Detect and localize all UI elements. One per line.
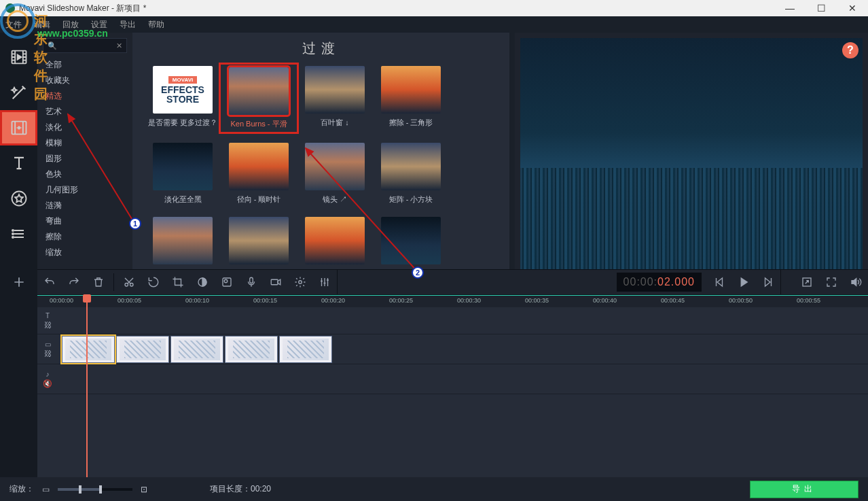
ruler-tick: 00:00:45 — [661, 297, 685, 304]
transitions-tool[interactable] — [0, 110, 37, 145]
category-1[interactable]: 收藏夹 — [43, 73, 127, 88]
video-clip-3[interactable] — [225, 336, 278, 363]
menu-设置[interactable]: 设置 — [91, 19, 107, 31]
video-clip-1[interactable] — [116, 336, 169, 363]
gear-button[interactable] — [288, 269, 312, 295]
category-0[interactable]: 全部 — [43, 57, 127, 73]
svg-rect-11 — [250, 277, 253, 283]
transition-label: 百叶窗 ↓ — [298, 118, 372, 128]
audio-track[interactable]: ♪ 🔇 — [37, 364, 868, 394]
zoom-out-icon[interactable]: ▭ — [42, 485, 50, 494]
video-clip-2[interactable] — [170, 336, 223, 363]
category-5[interactable]: 模糊 — [43, 135, 127, 151]
zoom-slider[interactable] — [58, 488, 132, 491]
menu-文件[interactable]: 文件 — [5, 19, 22, 31]
menu-导出[interactable]: 导出 — [120, 19, 136, 31]
video-track[interactable]: ▭ ⛓ — [37, 334, 868, 364]
category-11[interactable]: 擦除 — [43, 229, 127, 245]
mic-button[interactable] — [239, 269, 264, 295]
more-tool[interactable] — [0, 216, 37, 252]
camera-button[interactable] — [264, 269, 288, 295]
transition-item-8[interactable] — [146, 217, 219, 269]
add-track-button[interactable] — [12, 269, 26, 295]
delete-button[interactable] — [86, 269, 111, 295]
transition-item-1[interactable]: Ken Burns - 平滑 — [222, 66, 295, 131]
timecode-display: 00:00:02.000 — [617, 273, 702, 292]
category-2[interactable]: 精选 — [43, 88, 127, 104]
transition-item-2[interactable]: 百叶窗 ↓ — [298, 66, 372, 131]
transition-thumb — [305, 217, 365, 264]
timeline-toolbar: 00:00:02.000 — [37, 269, 868, 295]
preview-canvas[interactable] — [520, 38, 863, 275]
popout-button[interactable] — [795, 269, 819, 295]
transition-item-5[interactable]: 径向 - 顺时针 — [222, 143, 295, 205]
category-12[interactable]: 缩放 — [43, 245, 127, 260]
filters-tool[interactable] — [0, 75, 37, 110]
close-button[interactable]: ✕ — [837, 0, 868, 16]
equalizer-button[interactable] — [312, 269, 337, 295]
transition-item-4[interactable]: 淡化至全黑 — [146, 143, 219, 205]
next-button[interactable] — [756, 269, 780, 295]
fullscreen-button[interactable] — [819, 269, 844, 295]
category-10[interactable]: 弯曲 — [43, 213, 127, 229]
menu-帮助[interactable]: 帮助 — [148, 19, 164, 31]
transition-item-3[interactable]: 擦除 - 三角形 — [374, 66, 448, 131]
category-8[interactable]: 几何图形 — [43, 182, 127, 198]
titles-tool[interactable] — [0, 145, 37, 181]
transition-item-0[interactable]: MOVAVIEFFECTSSTORE是否需要 更多过渡？ — [146, 66, 219, 131]
media-tool[interactable] — [0, 39, 37, 75]
redo-button[interactable] — [62, 269, 86, 295]
volume-button[interactable] — [844, 269, 868, 295]
text-track[interactable]: T ⛓ — [37, 307, 868, 334]
clear-icon[interactable]: ✕ — [116, 41, 122, 50]
ruler-tick: 00:00:25 — [389, 297, 413, 304]
prev-button[interactable] — [707, 269, 731, 295]
transition-item-10[interactable] — [298, 217, 372, 269]
transition-item-7[interactable]: 矩阵 - 小方块 — [374, 143, 448, 205]
category-6[interactable]: 圆形 — [43, 151, 127, 167]
undo-button[interactable] — [37, 269, 62, 295]
crop-button[interactable] — [166, 269, 190, 295]
transition-thumb — [153, 217, 213, 264]
video-clip-0[interactable] — [62, 336, 115, 363]
rotate-button[interactable] — [141, 269, 166, 295]
export-button[interactable]: 导出 — [750, 481, 858, 498]
ruler-tick: 00:00:40 — [593, 297, 617, 304]
chroma-button[interactable] — [215, 269, 239, 295]
svg-point-4 — [12, 233, 14, 235]
transition-thumb — [381, 66, 441, 114]
menu-编辑[interactable]: 编辑 — [34, 19, 50, 31]
minimize-button[interactable]: — — [774, 0, 806, 16]
category-9[interactable]: 涟漪 — [43, 198, 127, 213]
transition-thumb — [229, 143, 289, 190]
link-icon[interactable]: ⛓ — [44, 321, 52, 329]
zoom-label: 缩放： — [10, 483, 34, 495]
time-ruler[interactable]: 00:00:0000:00:0500:00:1000:00:1500:00:20… — [37, 295, 868, 307]
transition-item-9[interactable] — [222, 217, 295, 269]
search-input[interactable]: 🔍 ✕ — [43, 38, 127, 53]
menu-回放[interactable]: 回放 — [62, 19, 79, 31]
mute-icon[interactable]: 🔇 — [43, 379, 52, 388]
contrast-button[interactable] — [190, 269, 215, 295]
zoom-fit-icon[interactable]: ⊡ — [141, 485, 147, 494]
transition-thumb — [153, 143, 213, 190]
transition-thumb — [229, 217, 289, 264]
category-7[interactable]: 色块 — [43, 167, 127, 182]
timeline[interactable]: 00:00:0000:00:0500:00:1000:00:1500:00:20… — [37, 295, 868, 477]
transition-item-6[interactable]: 镜头 ↗ — [298, 143, 372, 205]
duration-label: 项目长度：00:20 — [210, 483, 271, 495]
link-icon[interactable]: ⛓ — [44, 349, 52, 358]
bottom-bar: 缩放： ▭ ⊡ 项目长度：00:20 导出 — [0, 477, 868, 501]
transition-item-11[interactable] — [374, 217, 448, 269]
help-button[interactable]: ? — [842, 42, 858, 58]
category-3[interactable]: 艺术 — [43, 104, 127, 120]
cut-button[interactable] — [117, 269, 141, 295]
play-button[interactable] — [731, 269, 756, 295]
maximize-button[interactable]: ☐ — [806, 0, 837, 16]
track-sidebar — [0, 269, 37, 477]
category-4[interactable]: 淡化 — [43, 120, 127, 135]
titlebar: Movavi Slideshow Maker - 新项目 * — ☐ ✕ — [0, 0, 868, 16]
video-clip-4[interactable] — [279, 336, 332, 363]
playhead[interactable] — [86, 295, 88, 477]
stickers-tool[interactable] — [0, 181, 37, 216]
